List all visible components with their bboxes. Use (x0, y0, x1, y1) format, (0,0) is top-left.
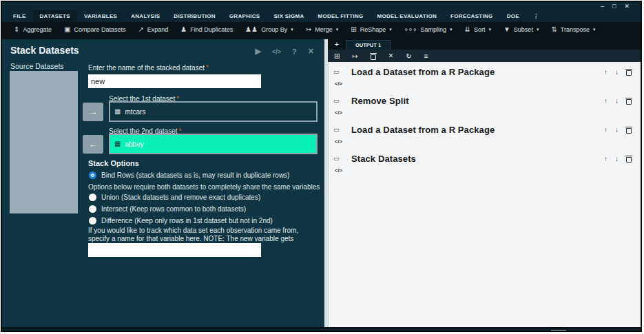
dataset-grid-icon: ▦ (114, 108, 121, 115)
add-output-tab-button[interactable]: + (328, 39, 346, 50)
refresh-output-icon[interactable]: ↻ (406, 52, 411, 60)
delete-item-icon[interactable] (626, 157, 632, 163)
collapse-item-icon[interactable]: ▭ (333, 155, 351, 162)
menu-item[interactable]: MODEL EVALUATION (371, 10, 444, 22)
move-down-icon[interactable]: ↓ (615, 68, 619, 76)
toolbar-item[interactable]: ⇕ Aggregate ▾ (8, 26, 58, 33)
toolbar-item[interactable]: ▼ Subset ▾ (497, 26, 545, 33)
move-down-icon[interactable]: ↓ (615, 155, 619, 163)
track-variable-input[interactable] (88, 243, 261, 257)
toolbar-item-label: Group By (261, 26, 287, 33)
output-item-actions: ↑ ↓ (604, 68, 632, 76)
dataset2-value: abbey (125, 140, 143, 148)
radio-option[interactable]: Intersect (Keep rows common to both data… (89, 205, 273, 213)
menu-item[interactable]: ANALYSIS (124, 10, 167, 22)
close-dialog-icon[interactable]: ✕ (308, 47, 314, 56)
toolbar-item-label: Compare Datasets (74, 26, 125, 33)
output-panel: + OUTPUT 1 ⊞ ↦ ✕ ↻ ≡ (328, 39, 641, 327)
menu-item[interactable]: DATASETS (33, 10, 77, 22)
arrow-left-icon: ← (89, 139, 98, 149)
output-list-icon[interactable]: ≡ (424, 52, 428, 60)
output-tab-bar: + OUTPUT 1 (328, 39, 641, 50)
toolbar-item[interactable]: ∘∘∘ Sampling ▾ (398, 26, 459, 33)
add-output-icon[interactable]: ⊞ (334, 52, 340, 60)
menu-item[interactable]: MODEL FITTING (311, 10, 371, 22)
output-item-row: ▭ Remove Split ↑ ↓ (329, 92, 641, 109)
toolbar-item-label: Aggregate (23, 26, 52, 33)
output-item-title: Remove Split (351, 96, 409, 106)
menu-item[interactable]: DOE (500, 10, 526, 22)
menu-item[interactable]: ⋮ (526, 10, 546, 22)
item-code-icon[interactable]: </> (335, 81, 342, 87)
radio-option[interactable]: Difference (Keep only rows in 1st datase… (89, 217, 273, 225)
move-up-icon[interactable]: ↑ (604, 97, 607, 105)
radio-selected-icon[interactable] (89, 171, 96, 179)
stacked-dataset-name-label: Enter the name of the stacked dataset* (88, 64, 209, 72)
menu-item[interactable]: FORECASTING (444, 10, 500, 22)
move-up-icon[interactable]: ↑ (604, 126, 607, 134)
radio-option[interactable]: Union (Stack datasets and remove exact d… (89, 194, 273, 201)
menu-item[interactable]: SIX SIGMA (267, 10, 311, 22)
stack-options-list: Union (Stack datasets and remove exact d… (89, 194, 273, 225)
radio-unselected-icon[interactable] (89, 217, 96, 225)
toolbar-item-label: Sort (474, 26, 486, 33)
radio-unselected-icon[interactable] (89, 205, 96, 213)
move-down-icon[interactable]: ↓ (615, 126, 619, 134)
collapse-item-icon[interactable]: ▭ (333, 97, 351, 104)
horizontal-scrollbar-thumb[interactable] (551, 330, 566, 331)
move-down-icon[interactable]: ↓ (615, 97, 619, 105)
radio-unselected-icon[interactable] (89, 194, 96, 201)
item-code-icon[interactable]: </> (335, 167, 342, 174)
output-item-actions: ↑ ↓ (604, 126, 632, 134)
move-up-icon[interactable]: ↑ (604, 68, 607, 76)
output-tab[interactable]: OUTPUT 1 (346, 40, 391, 50)
dataset1-value: mtcars (125, 108, 145, 116)
radio-option-label: Union (Stack datasets and remove exact d… (101, 194, 260, 201)
menu-item[interactable]: DISTRIBUTION (167, 10, 222, 22)
minimize-button[interactable]: – (601, 3, 604, 10)
run-dialog-icon[interactable]: ▶ (256, 47, 261, 56)
toolbar-item[interactable]: ♟♟ Group By ▾ (239, 26, 299, 33)
source-datasets-listbox[interactable] (10, 71, 78, 213)
compare-datasets-icon: ▣ (64, 26, 70, 33)
menu-item[interactable]: VARIABLES (77, 10, 124, 22)
toolbar-item[interactable]: ⇅ Transpose ▾ (545, 26, 601, 33)
toolbar-item[interactable]: ↣ Merge ▾ (300, 26, 344, 33)
menu-item[interactable]: FILE (6, 10, 33, 22)
collapse-item-icon[interactable]: ▭ (333, 68, 351, 75)
radio-option-label: Intersect (Keep rows common to both data… (101, 205, 246, 213)
dataset2-field[interactable]: ▦ abbey (109, 134, 318, 154)
toolbar-item[interactable]: ⊞ ReShape ▾ (344, 26, 397, 33)
output-item-code-row: </> (329, 81, 641, 92)
radio-option-bind-rows[interactable]: Bind Rows (stack datasets as is, may res… (89, 171, 289, 179)
delete-item-icon[interactable] (626, 99, 632, 105)
stacked-dataset-name-input[interactable] (88, 74, 261, 88)
code-dialog-icon[interactable]: </> (272, 48, 281, 55)
main-toolbar: ⇕ Aggregate ▾ ▣ Compare Datasets ▾ ↗ Exp… (2, 22, 641, 37)
collapse-item-icon[interactable]: ▭ (333, 126, 351, 133)
sampling-icon: ∘∘∘ (404, 26, 417, 33)
menu-item[interactable]: GRAPHICS (222, 10, 267, 22)
toolbar-item[interactable]: ▣ Compare Datasets ▾ (58, 26, 132, 33)
toolbar-item-label: Merge (315, 26, 333, 33)
toolbar-item[interactable]: ⇊ Sort ▾ (459, 26, 497, 33)
close-button[interactable]: ✕ (624, 3, 630, 10)
toolbar-item[interactable]: ↗ Expand ▾ (132, 26, 174, 33)
item-code-icon[interactable]: </> (335, 138, 342, 145)
transfer-right-button[interactable]: → (83, 103, 103, 121)
transfer-left-button[interactable]: ← (83, 135, 103, 154)
item-code-icon[interactable]: </> (335, 109, 342, 116)
delete-output-icon[interactable] (371, 54, 376, 60)
delete-item-icon[interactable] (626, 70, 632, 76)
close-output-icon[interactable]: ✕ (388, 52, 394, 59)
help-dialog-icon[interactable]: ? (292, 48, 297, 56)
export-output-icon[interactable]: ↦ (352, 52, 357, 60)
arrow-right-icon: → (89, 107, 98, 117)
toolbar-item[interactable]: ♟ Find Duplicates ▾ (174, 26, 239, 33)
move-up-icon[interactable]: ↑ (604, 155, 607, 163)
maximize-button[interactable]: □ (612, 3, 616, 10)
expand-icon: ↗ (138, 26, 143, 33)
dataset1-field[interactable]: ▦ mtcars (109, 101, 318, 122)
delete-item-icon[interactable] (626, 128, 632, 134)
find-duplicates-icon: ♟ (180, 26, 187, 33)
